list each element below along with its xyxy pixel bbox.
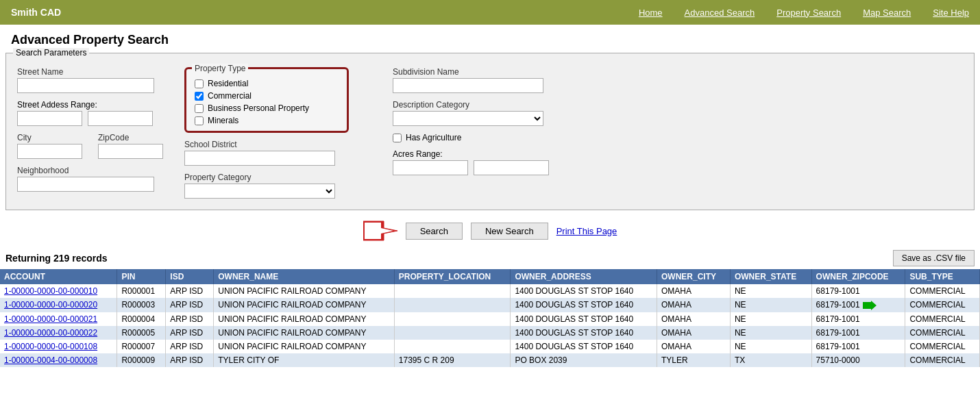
cell-owner_city: TYLER xyxy=(657,353,730,367)
acres-to-input[interactable]: To xyxy=(474,160,549,175)
cell-pin: R000001 xyxy=(117,284,166,298)
search-parameters-box: Search Parameters Street Name Street Add… xyxy=(5,53,975,210)
table-row: 1-00000-0000-00-000108R000007ARP ISDUNIO… xyxy=(0,340,980,353)
property-category-select[interactable] xyxy=(184,184,335,199)
table-header: ACCOUNT PIN ISD OWNER_NAME PROPERTY_LOCA… xyxy=(0,269,980,284)
has-agriculture-label: Has Agriculture xyxy=(406,133,461,142)
col-owner-state: OWNER_STATE xyxy=(730,269,811,284)
cell-owner_address: PO BOX 2039 xyxy=(511,353,657,367)
nav-property-search[interactable]: Property Search xyxy=(776,8,841,18)
cell-owner_zipcode: 68179-1001 xyxy=(811,340,905,353)
col-isd: ISD xyxy=(166,269,214,284)
green-arrow-icon xyxy=(860,300,877,310)
street-address-range-label: Street Addess Range: xyxy=(17,100,168,110)
results-table: ACCOUNT PIN ISD OWNER_NAME PROPERTY_LOCA… xyxy=(0,269,980,367)
table-row: 1-00000-0000-00-000021R000004ARP ISDUNIO… xyxy=(0,312,980,326)
col-owner-zipcode: OWNER_ZIPCODE xyxy=(811,269,905,284)
svg-marker-1 xyxy=(365,223,393,239)
has-agriculture-group: Has Agriculture xyxy=(393,133,963,142)
checkbox-minerals[interactable] xyxy=(195,116,204,125)
zipcode-input[interactable] xyxy=(98,144,163,159)
cell-account[interactable]: 1-00000-0000-00-000020 xyxy=(0,298,117,312)
cell-property_location xyxy=(394,340,511,353)
cell-isd: ARP ISD xyxy=(166,326,214,340)
cell-property_location xyxy=(394,326,511,340)
street-to-input[interactable]: To xyxy=(88,111,153,126)
cell-sub_type: COMMERCIAL xyxy=(905,340,980,353)
city-zip-group: City ZipCode xyxy=(17,133,168,159)
nav-site-help[interactable]: Site Help xyxy=(933,8,969,18)
street-name-input[interactable] xyxy=(17,78,154,93)
checkbox-business-personal[interactable] xyxy=(195,104,204,113)
cell-owner_zipcode: 68179-1001 xyxy=(811,326,905,340)
checkbox-residential-label[interactable]: Residential xyxy=(195,79,339,88)
cell-account[interactable]: 1-00000-0004-00-000008 xyxy=(0,353,117,367)
city-input[interactable] xyxy=(17,144,82,159)
acres-from-input[interactable]: From xyxy=(393,160,468,175)
cell-owner_zipcode: 68179-1001 xyxy=(811,298,905,312)
property-type-checkboxes: Residential Commercial Business Personal… xyxy=(195,79,339,125)
cell-property_location xyxy=(394,312,511,326)
city-label: City xyxy=(17,133,87,142)
cell-owner_name: UNION PACIFIC RAILROAD COMPANY xyxy=(214,298,395,312)
school-district-input[interactable]: Arp xyxy=(184,151,335,166)
cell-pin: R000005 xyxy=(117,326,166,340)
property-type-legend: Property Type xyxy=(192,64,248,73)
cell-account[interactable]: 1-00000-0000-00-000022 xyxy=(0,326,117,340)
cell-owner_address: 1400 DOUGLAS ST STOP 1640 xyxy=(511,284,657,298)
acres-range-group: Acres Range: From To xyxy=(393,149,963,175)
cell-owner_name: UNION PACIFIC RAILROAD COMPANY xyxy=(214,312,395,326)
neighborhood-label: Neighborhood xyxy=(17,166,168,175)
checkbox-residential[interactable] xyxy=(195,79,204,88)
save-csv-button[interactable]: Save as .CSV file xyxy=(893,250,975,266)
cell-isd: ARP ISD xyxy=(166,298,214,312)
cell-owner_city: OMAHA xyxy=(657,340,730,353)
nav-map-search[interactable]: Map Search xyxy=(863,8,911,18)
neighborhood-input[interactable] xyxy=(17,177,154,192)
checkbox-residential-text: Residential xyxy=(208,79,248,88)
red-arrow-icon xyxy=(363,218,397,243)
cell-account[interactable]: 1-00000-0000-00-000108 xyxy=(0,340,117,353)
description-category-select[interactable] xyxy=(393,111,543,126)
checkbox-business-personal-text: Business Personal Property xyxy=(208,103,309,113)
new-search-button[interactable]: New Search xyxy=(471,223,548,240)
zipcode-group: ZipCode xyxy=(98,133,168,159)
cell-account[interactable]: 1-00000-0000-00-000021 xyxy=(0,312,117,326)
description-category-label: Description Category xyxy=(393,100,963,110)
subdivision-name-input[interactable] xyxy=(393,78,543,93)
checkbox-commercial-label[interactable]: Commercial xyxy=(195,91,339,101)
cell-pin: R000007 xyxy=(117,340,166,353)
search-button[interactable]: Search xyxy=(406,223,463,240)
nav-advanced-search[interactable]: Advanced Search xyxy=(685,8,755,18)
cell-account[interactable]: 1-00000-0000-00-000010 xyxy=(0,284,117,298)
cell-isd: ARP ISD xyxy=(166,284,214,298)
arrow-indicator xyxy=(363,218,397,243)
cell-sub_type: COMMERCIAL xyxy=(905,326,980,340)
cell-pin: R000009 xyxy=(117,353,166,367)
street-from-input[interactable]: From xyxy=(17,111,82,126)
checkbox-minerals-text: Minerals xyxy=(208,116,238,125)
checkbox-minerals-label[interactable]: Minerals xyxy=(195,116,339,125)
cell-owner_state: NE xyxy=(730,284,811,298)
checkbox-business-personal-label[interactable]: Business Personal Property xyxy=(195,103,339,113)
has-agriculture-checkbox[interactable] xyxy=(393,134,402,142)
checkbox-commercial[interactable] xyxy=(195,92,204,101)
street-name-group: Street Name xyxy=(17,67,168,93)
description-category-group: Description Category xyxy=(393,100,963,126)
col-sub-type: SUB_TYPE xyxy=(905,269,980,284)
nav-home[interactable]: Home xyxy=(639,8,663,18)
cell-property_location: 17395 C R 209 xyxy=(394,353,511,367)
cell-sub_type: COMMERCIAL xyxy=(905,284,980,298)
school-district-group: School District Arp xyxy=(184,140,363,166)
page-title: Advanced Property Search xyxy=(11,33,969,47)
cell-pin: R000003 xyxy=(117,298,166,312)
cell-owner_address: 1400 DOUGLAS ST STOP 1640 xyxy=(511,298,657,312)
cell-owner_zipcode: 75710-0000 xyxy=(811,353,905,367)
cell-isd: ARP ISD xyxy=(166,340,214,353)
print-link[interactable]: Print This Page xyxy=(556,226,617,236)
property-category-group: Property Category xyxy=(184,173,363,199)
right-column: Subdivision Name Description Category Ha… xyxy=(379,67,963,175)
cell-owner_city: OMAHA xyxy=(657,284,730,298)
site-name: Smith CAD xyxy=(11,7,61,18)
subdivision-name-label: Subdivision Name xyxy=(393,67,963,77)
